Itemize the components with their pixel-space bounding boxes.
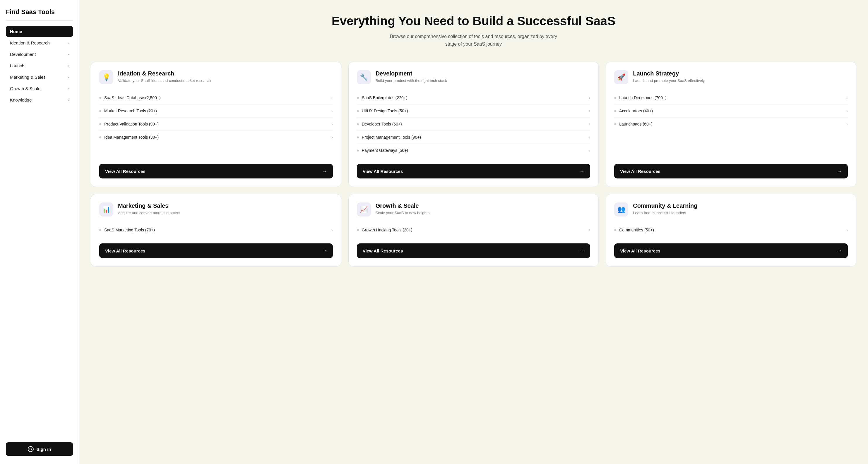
- chevron-icon: ›: [68, 86, 69, 91]
- arrow-icon: ›: [589, 135, 590, 139]
- hero-subtitle: Browse our comprehensive collection of t…: [386, 33, 561, 48]
- main-content: Everything You Need to Build a Successfu…: [79, 0, 868, 464]
- list-item-dot: [614, 97, 616, 99]
- card-title: Ideation & Research: [118, 70, 211, 77]
- list-item-dot: [614, 229, 616, 231]
- sidebar-item-home[interactable]: Home: [6, 26, 73, 37]
- card-marketing: 📊Marketing & SalesAcquire and convert mo…: [91, 194, 341, 267]
- card-title: Growth & Scale: [376, 202, 430, 209]
- list-item-label: Communities (50+): [619, 228, 654, 232]
- list-item-label: Accelerators (40+): [619, 108, 653, 113]
- card-text: Community & LearningLearn from successfu…: [633, 202, 697, 216]
- card-items: SaaS Ideas Database (2,500+)›Market Rese…: [99, 91, 333, 157]
- arrow-icon: ›: [331, 122, 333, 126]
- list-item-dot: [357, 123, 359, 125]
- list-item[interactable]: Growth Hacking Tools (20+)›: [357, 224, 590, 236]
- card-community: 👥Community & LearningLearn from successf…: [606, 194, 856, 267]
- sidebar-item-development[interactable]: Development›: [6, 49, 73, 60]
- list-item-dot: [357, 136, 359, 138]
- sidebar-item-knowledge[interactable]: Knowledge›: [6, 95, 73, 105]
- arrow-icon: ›: [846, 108, 848, 113]
- list-item[interactable]: Project Management Tools (90+)›: [357, 131, 590, 144]
- card-title: Marketing & Sales: [118, 202, 180, 209]
- arrow-icon: ›: [589, 122, 590, 126]
- chevron-icon: ›: [68, 41, 69, 45]
- card-subtitle: Validate your SaaS ideas and conduct mar…: [118, 78, 211, 84]
- arrow-icon: ›: [331, 108, 333, 113]
- sidebar-item-growth[interactable]: Growth & Scale›: [6, 83, 73, 94]
- list-item[interactable]: Idea Management Tools (30+)›: [99, 131, 333, 144]
- view-all-resources-button[interactable]: View All Resources→: [614, 164, 848, 178]
- list-item-dot: [614, 123, 616, 125]
- list-item-label: Launchpads (60+): [619, 122, 652, 126]
- card-subtitle: Scale your SaaS to new heights: [376, 210, 430, 216]
- view-all-label: View All Resources: [620, 248, 660, 253]
- list-item-dot: [357, 97, 359, 99]
- list-item-dot: [357, 110, 359, 112]
- list-item-dot: [99, 136, 101, 138]
- arrow-icon: ›: [589, 108, 590, 113]
- list-item-dot: [99, 123, 101, 125]
- card-title: Community & Learning: [633, 202, 697, 209]
- sidebar-title: Find Saas Tools: [6, 8, 73, 16]
- list-item[interactable]: SaaS Boilerplates (220+)›: [357, 91, 590, 104]
- card-items: Communities (50+)›: [614, 224, 848, 236]
- button-arrow-icon: →: [322, 168, 327, 174]
- card-subtitle: Build your product with the right tech s…: [376, 78, 447, 84]
- view-all-resources-button[interactable]: View All Resources→: [357, 164, 590, 178]
- card-title: Launch Strategy: [633, 70, 705, 77]
- card-header: 👥Community & LearningLearn from successf…: [614, 202, 848, 217]
- sidebar-divider: [6, 21, 73, 21]
- list-item[interactable]: Product Validation Tools (90+)›: [99, 118, 333, 131]
- list-item[interactable]: Accelerators (40+)›: [614, 104, 848, 118]
- signin-button[interactable]: G Sign in: [6, 442, 73, 456]
- sidebar-item-label: Growth & Scale: [10, 86, 40, 91]
- view-all-resources-button[interactable]: View All Resources→: [357, 243, 590, 258]
- list-item-dot: [99, 229, 101, 231]
- list-item-label: SaaS Ideas Database (2,500+): [104, 95, 161, 100]
- card-subtitle: Acquire and convert more customers: [118, 210, 180, 216]
- list-item[interactable]: Communities (50+)›: [614, 224, 848, 236]
- community-icon: 👥: [614, 202, 628, 217]
- list-item[interactable]: UI/UX Design Tools (50+)›: [357, 104, 590, 118]
- arrow-icon: ›: [589, 148, 590, 153]
- button-arrow-icon: →: [322, 248, 327, 253]
- card-header: 📊Marketing & SalesAcquire and convert mo…: [99, 202, 333, 217]
- view-all-label: View All Resources: [363, 248, 403, 253]
- list-item[interactable]: SaaS Marketing Tools (70+)›: [99, 224, 333, 236]
- card-subtitle: Learn from successful founders: [633, 210, 697, 216]
- arrow-icon: ›: [589, 95, 590, 100]
- card-items: Growth Hacking Tools (20+)›: [357, 224, 590, 236]
- card-header: 💡Ideation & ResearchValidate your SaaS i…: [99, 70, 333, 84]
- sidebar-item-label: Knowledge: [10, 97, 32, 102]
- list-item[interactable]: Launchpads (60+)›: [614, 118, 848, 131]
- button-arrow-icon: →: [580, 248, 584, 253]
- list-item[interactable]: Launch Directories (700+)›: [614, 91, 848, 104]
- sidebar-item-marketing[interactable]: Marketing & Sales›: [6, 72, 73, 82]
- view-all-resources-button[interactable]: View All Resources→: [99, 164, 333, 178]
- list-item-dot: [357, 150, 359, 152]
- sidebar-item-launch[interactable]: Launch›: [6, 60, 73, 71]
- list-item-dot: [614, 110, 616, 112]
- card-text: Launch StrategyLaunch and promote your S…: [633, 70, 705, 84]
- card-subtitle: Launch and promote your SaaS effectively: [633, 78, 705, 84]
- sidebar-item-ideation[interactable]: Ideation & Research›: [6, 37, 73, 48]
- list-item[interactable]: SaaS Ideas Database (2,500+)›: [99, 91, 333, 104]
- view-all-label: View All Resources: [620, 169, 660, 174]
- chevron-icon: ›: [68, 64, 69, 68]
- card-items: Launch Directories (700+)›Accelerators (…: [614, 91, 848, 157]
- list-item-dot: [357, 229, 359, 231]
- list-item-label: Idea Management Tools (30+): [104, 135, 159, 139]
- list-item[interactable]: Payment Gateways (50+)›: [357, 144, 590, 157]
- view-all-resources-button[interactable]: View All Resources→: [99, 243, 333, 258]
- sidebar-item-label: Home: [10, 29, 22, 34]
- view-all-label: View All Resources: [105, 169, 146, 174]
- list-item[interactable]: Developer Tools (60+)›: [357, 118, 590, 131]
- list-item-label: Product Validation Tools (90+): [104, 122, 159, 126]
- signin-icon: G: [28, 446, 34, 452]
- list-item[interactable]: Market Research Tools (20+)›: [99, 104, 333, 118]
- card-text: Ideation & ResearchValidate your SaaS id…: [118, 70, 211, 84]
- list-item-label: UI/UX Design Tools (50+): [362, 108, 408, 113]
- view-all-resources-button[interactable]: View All Resources→: [614, 243, 848, 258]
- arrow-icon: ›: [846, 95, 848, 100]
